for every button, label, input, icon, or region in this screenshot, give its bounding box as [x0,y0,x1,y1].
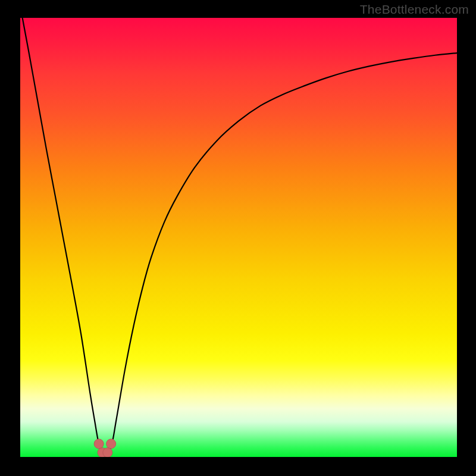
chart-frame: TheBottleneck.com [0,0,476,476]
curve-marker [103,448,112,457]
curve-marker [107,439,116,449]
bottleneck-curve-svg [20,18,457,457]
plot-area [20,18,457,457]
bottleneck-curve-path [23,18,457,453]
watermark-text: TheBottleneck.com [360,2,469,17]
curve-markers [94,439,116,457]
curve-marker [94,439,104,449]
